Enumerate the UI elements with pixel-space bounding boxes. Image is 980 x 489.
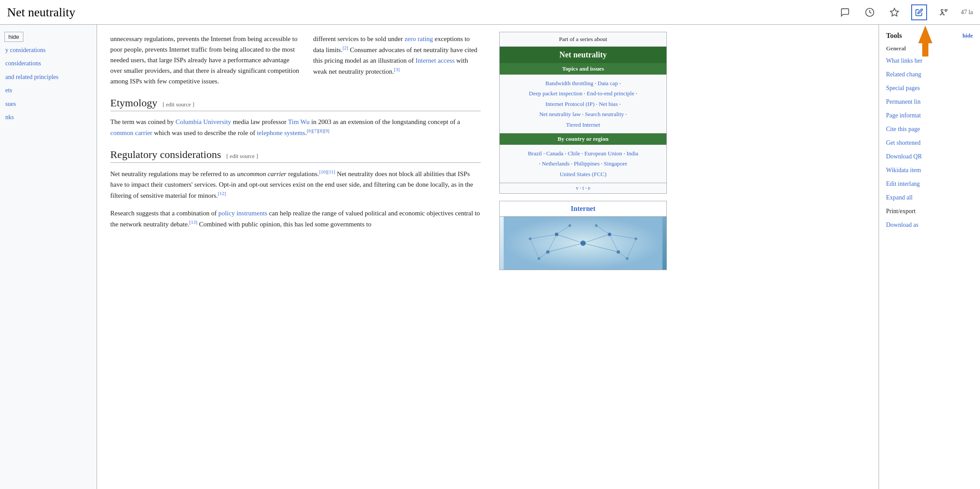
common-carrier-link[interactable]: common carrier [110, 129, 152, 136]
chile-link[interactable]: Chile [568, 150, 580, 157]
upper-right-paragraph: different services to be sold under zero… [313, 34, 481, 77]
top-icons: 47 la [837, 4, 973, 20]
arrow-up [918, 26, 932, 43]
arrow-shaft [922, 43, 928, 56]
united-states-link[interactable]: United States (FCC) [560, 171, 606, 177]
regulatory-body-1: Net neutrality regulations may be referr… [110, 168, 481, 201]
european-union-link[interactable]: European Union [584, 150, 622, 157]
bandwidth-throttling-link[interactable]: Bandwidth throttling [546, 80, 594, 87]
lang-count: 47 la [961, 9, 973, 16]
infobox-footer: v · t · e [500, 183, 666, 193]
upper-left-text: unnecessary regulations, prevents the In… [110, 34, 303, 87]
left-sidebar: hide y considerations considerations and… [0, 25, 97, 489]
layout: hide y considerations considerations and… [0, 25, 980, 489]
arrow-indicator [918, 26, 932, 56]
internet-box-title: Internet [500, 201, 666, 217]
tools-get-shortened[interactable]: Get shortened [879, 136, 980, 150]
tools-download-as[interactable]: Download as [879, 218, 980, 232]
canada-link[interactable]: Canada [546, 150, 563, 157]
internet-access-link[interactable]: Internet access [415, 57, 455, 64]
regulatory-heading: Regulatory considerations [ edit source … [110, 149, 481, 163]
net-neutrality-law-link[interactable]: Net neutrality law [539, 111, 581, 117]
india-link[interactable]: India [626, 150, 638, 157]
deep-packet-link[interactable]: Deep packet inspection [529, 90, 582, 97]
tools-print-export: Print/export [879, 204, 980, 218]
infobox-country-body: Brazil · Canada · Chile · European Union… [500, 145, 666, 183]
right-column: Part of a series about Net neutrality To… [494, 25, 679, 489]
sidebar-link-3[interactable]: and related principles [0, 71, 97, 84]
sidebar-link-1[interactable]: y considerations [0, 44, 97, 57]
main-content: unnecessary regulations, prevents the In… [97, 25, 494, 489]
infobox-topics-body: Bandwidth throttling · Data cap · Deep p… [500, 75, 666, 133]
page-title: Net neutrality [7, 5, 837, 19]
sidebar-link-6[interactable]: nks [0, 111, 97, 124]
net-bias-link[interactable]: Net bias [599, 101, 618, 107]
internet-infobox: Internet [499, 201, 667, 270]
tools-wikidata-item[interactable]: Wikidata item [879, 163, 980, 177]
sidebar-link-5[interactable]: sues [0, 98, 97, 111]
edit-button[interactable] [911, 4, 927, 20]
tim-wu-link[interactable]: Tim Wu [288, 118, 310, 125]
brazil-link[interactable]: Brazil [528, 150, 542, 157]
search-neutrality-link[interactable]: Search neutrality [585, 111, 624, 117]
zero-rating-link[interactable]: zero rating [404, 35, 433, 42]
top-bar: Net neutrality [0, 0, 980, 25]
infobox-title: Net neutrality [500, 47, 666, 63]
tools-title: Tools [886, 32, 902, 40]
tools-permanent-link[interactable]: Permanent lin [879, 95, 980, 109]
end-to-end-link[interactable]: End-to-end principle [587, 90, 634, 97]
tools-edit-interlang[interactable]: Edit interlang [879, 177, 980, 191]
infobox-series-label: Part of a series about [500, 32, 666, 47]
singapore-link[interactable]: Singapore [604, 160, 627, 167]
net-neutrality-infobox: Part of a series about Net neutrality To… [499, 32, 667, 194]
network-visualization [504, 217, 662, 270]
tools-page-information[interactable]: Page informat [879, 109, 980, 122]
infobox-topics-header: Topics and issues [500, 63, 666, 75]
infobox-v-link[interactable]: v [576, 185, 579, 191]
columbia-university-link[interactable]: Columbia University [176, 118, 231, 125]
etymology-heading: Etymology [ edit source ] [110, 97, 481, 111]
watchlist-star-icon[interactable] [886, 4, 902, 20]
regulatory-body-2: Research suggests that a combination of … [110, 208, 481, 229]
upper-left-paragraph: unnecessary regulations, prevents the In… [110, 34, 303, 87]
tools-expand-all[interactable]: Expand all [879, 191, 980, 204]
internet-protocol-link[interactable]: Internet Protocol (IP) [546, 101, 595, 107]
tools-related-changes[interactable]: Related chang [879, 68, 980, 81]
regulatory-edit-link[interactable]: [ edit source ] [226, 153, 258, 160]
upper-right-text: different services to be sold under zero… [313, 34, 481, 87]
tools-hide-button[interactable]: hide [962, 32, 973, 39]
tiered-internet-link[interactable]: Tiered Internet [566, 121, 600, 128]
sidebar-link-4[interactable]: ets [0, 84, 97, 97]
data-cap-link[interactable]: Data cap [598, 80, 618, 87]
tools-panel: Tools hide General What links her Relate… [879, 25, 980, 489]
talk-icon[interactable] [837, 4, 853, 20]
philippines-link[interactable]: Philippines [574, 160, 600, 167]
infobox-e-link[interactable]: e [588, 185, 590, 191]
hide-button[interactable]: hide [4, 32, 23, 42]
tools-special-pages[interactable]: Special pages [879, 81, 980, 95]
translate-icon[interactable] [936, 4, 952, 20]
netherlands-link[interactable]: Netherlands [542, 160, 569, 167]
policy-instruments-link[interactable]: policy instruments [218, 210, 267, 217]
etymology-edit-link[interactable]: [ edit source ] [163, 101, 195, 108]
telephone-systems-link[interactable]: telephone systems [257, 129, 305, 136]
infobox-t-link[interactable]: t [583, 185, 584, 191]
etymology-body: The term was coined by Columbia Universi… [110, 117, 481, 138]
infobox-country-header: By country or region [500, 133, 666, 145]
svg-marker-1 [890, 8, 898, 15]
internet-network-image [500, 217, 666, 270]
history-icon[interactable] [862, 4, 878, 20]
sidebar-link-2[interactable]: considerations [0, 57, 97, 70]
tools-download-qr[interactable]: Download QR [879, 150, 980, 163]
tools-cite-this-page[interactable]: Cite this page [879, 122, 980, 136]
